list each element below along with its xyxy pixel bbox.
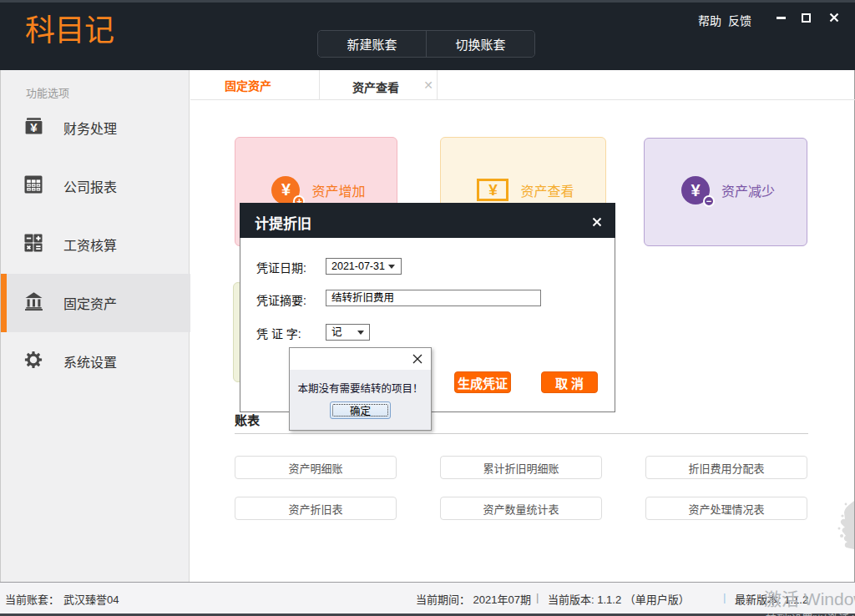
svg-text:¥: ¥ (30, 120, 38, 134)
